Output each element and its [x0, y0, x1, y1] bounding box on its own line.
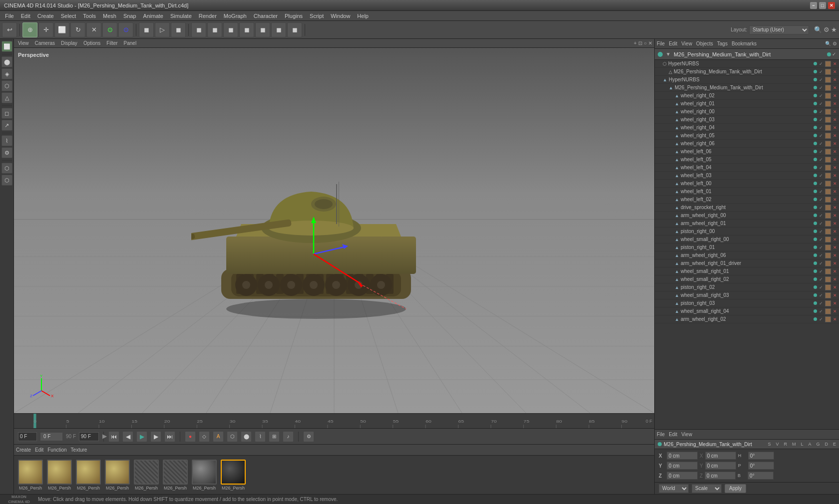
- material-item[interactable]: M26_Persh: [134, 460, 159, 491]
- list-item[interactable]: ▲ wheel_left_01 ✓ ✕: [655, 188, 839, 196]
- menu-item-mograph[interactable]: MoGraph: [221, 12, 250, 20]
- render-settings-button[interactable]: ◼: [139, 22, 154, 37]
- tool-x[interactable]: ✕: [86, 22, 101, 37]
- hierarchy-root-header[interactable]: ▼ M26_Pershing_Medium_Tank_with_Dirt ✓: [655, 49, 839, 60]
- cameras-menu[interactable]: Cameras: [33, 40, 57, 46]
- menu-item-render[interactable]: Render: [196, 12, 220, 20]
- apply-button[interactable]: Apply: [725, 484, 746, 493]
- list-item[interactable]: △ M26_Pershing_Medium_Tank_with_Dirt ✓ ✕: [655, 68, 839, 76]
- x-pos-input[interactable]: [667, 452, 698, 460]
- select-tool-button[interactable]: ↻: [70, 22, 85, 37]
- list-item[interactable]: ▲ M26_Pershing_Medium_Tank_with_Dirt ✓ ✕: [655, 84, 839, 92]
- list-item[interactable]: ▲ arm_wheel_right_01_driver ✓ ✕: [655, 259, 839, 267]
- timeline[interactable]: 0 5 10 15 20 25 30 35 40 45 50 55 60 65: [14, 413, 654, 428]
- menu-item-snap[interactable]: Snap: [120, 12, 139, 20]
- step-back-button[interactable]: ◀: [122, 431, 133, 442]
- maximize-button[interactable]: □: [819, 2, 826, 9]
- keyframe-input[interactable]: [42, 432, 61, 441]
- y-size-input[interactable]: [705, 462, 736, 470]
- material-item[interactable]: M26_Persh: [105, 460, 130, 491]
- menu-item-animate[interactable]: Animate: [140, 12, 166, 20]
- list-item[interactable]: ⬡ HyperNURBS ✓ ✕: [655, 60, 839, 68]
- menu-item-select[interactable]: Select: [58, 12, 79, 20]
- goto-end-button[interactable]: ⏭: [164, 431, 175, 442]
- auto-key-button[interactable]: A: [213, 431, 224, 442]
- material-item[interactable]: M26_Persh: [221, 460, 246, 491]
- hier-file-menu[interactable]: File: [657, 41, 665, 46]
- motion-button[interactable]: ⬡: [227, 431, 238, 442]
- viewport-add-icon[interactable]: +: [634, 40, 637, 46]
- menu-item-character[interactable]: Character: [251, 12, 281, 20]
- view-menu[interactable]: View: [16, 40, 31, 46]
- h-rot-input[interactable]: [748, 452, 774, 460]
- subdivide-button[interactable]: ⚙: [1, 147, 12, 158]
- toolbar-settings-icon[interactable]: ⚙: [824, 26, 830, 33]
- hier-settings-icon[interactable]: ⚙: [833, 41, 837, 46]
- props-file-menu[interactable]: File: [657, 432, 665, 437]
- deform-button[interactable]: ⌇: [1, 135, 12, 146]
- z-size-input[interactable]: [705, 472, 736, 480]
- hier-objects-menu[interactable]: Objects: [696, 41, 713, 46]
- y-pos-input[interactable]: [667, 462, 698, 470]
- viewport-canvas[interactable]: Perspective Y X Z: [14, 48, 654, 413]
- tool-c[interactable]: ◼: [223, 22, 238, 37]
- menu-item-mesh[interactable]: Mesh: [100, 12, 119, 20]
- hier-edit-menu[interactable]: Edit: [669, 41, 677, 46]
- list-item[interactable]: ▲ wheel_right_01 ✓ ✕: [655, 100, 839, 108]
- display-menu[interactable]: Display: [59, 40, 79, 46]
- list-item[interactable]: ▲ drive_sprocket_right ✓ ✕: [655, 204, 839, 212]
- hier-tags-menu[interactable]: Tags: [717, 41, 728, 46]
- list-item[interactable]: ▲ wheel_small_right_01 ✓ ✕: [655, 267, 839, 275]
- play-button[interactable]: ▶: [136, 431, 147, 442]
- list-item[interactable]: ▲ wheel_left_05 ✓ ✕: [655, 156, 839, 164]
- frame-arrow[interactable]: ▶: [102, 433, 107, 440]
- rotate-tool-button[interactable]: ✛: [38, 22, 53, 37]
- scale-tool-button[interactable]: ⬜: [54, 22, 69, 37]
- list-item[interactable]: ▲ wheel_small_right_03 ✓ ✕: [655, 291, 839, 299]
- options-button[interactable]: ⚙: [303, 431, 314, 442]
- list-item[interactable]: ▲ wheel_right_00 ✓ ✕: [655, 108, 839, 116]
- x-size-input[interactable]: [705, 452, 736, 460]
- list-item[interactable]: ▲ wheel_right_02 ✓ ✕: [655, 92, 839, 100]
- undo-button[interactable]: ↩: [2, 22, 17, 37]
- list-item[interactable]: ▲ HyperNURBS ✓ ✕: [655, 76, 839, 84]
- list-item[interactable]: ▲ wheel_left_00 ✓ ✕: [655, 180, 839, 188]
- tool-b[interactable]: ◼: [207, 22, 222, 37]
- menu-item-simulate[interactable]: Simulate: [167, 12, 195, 20]
- list-item[interactable]: ▲ wheel_left_03 ✓ ✕: [655, 172, 839, 180]
- close-button[interactable]: ✕: [828, 2, 835, 9]
- hier-search-icon[interactable]: 🔍: [825, 41, 831, 46]
- filter-menu[interactable]: Filter: [104, 40, 119, 46]
- mat-function-menu[interactable]: Function: [47, 447, 66, 453]
- mat-edit-menu[interactable]: Edit: [35, 447, 43, 453]
- tool-z[interactable]: ⊙: [118, 22, 133, 37]
- current-frame-input[interactable]: [18, 432, 37, 441]
- list-item[interactable]: ▲ wheel_right_03 ✓ ✕: [655, 116, 839, 124]
- tool-y[interactable]: ⊙: [102, 22, 117, 37]
- timeline-ruler[interactable]: 0 5 10 15 20 25 30 35 40 45 50 55 60 65: [14, 414, 654, 428]
- tool-a[interactable]: ◼: [191, 22, 206, 37]
- hier-bookmarks-menu[interactable]: Bookmarks: [732, 41, 757, 46]
- layer-button[interactable]: ⊞: [269, 431, 280, 442]
- list-item[interactable]: ▲ wheel_right_05 ✓ ✕: [655, 132, 839, 140]
- list-item[interactable]: ▲ wheel_right_06 ✓ ✕: [655, 140, 839, 148]
- b-rot-input[interactable]: [748, 472, 774, 480]
- move-button[interactable]: ↗: [1, 120, 12, 131]
- tool-e[interactable]: ◼: [255, 22, 270, 37]
- list-item[interactable]: ▲ wheel_small_right_02 ✓ ✕: [655, 275, 839, 283]
- list-item[interactable]: ▲ piston_right_03 ✓ ✕: [655, 299, 839, 307]
- list-item[interactable]: ▲ wheel_left_06 ✓ ✕: [655, 148, 839, 156]
- list-item[interactable]: ▲ wheel_left_04 ✓ ✕: [655, 164, 839, 172]
- tool-g[interactable]: ◼: [287, 22, 302, 37]
- keyframe-button[interactable]: ◇: [199, 431, 210, 442]
- menu-item-edit[interactable]: Edit: [18, 12, 33, 20]
- timeline-button[interactable]: ⬤: [241, 431, 252, 442]
- scale-system-select[interactable]: Scale: [692, 484, 722, 493]
- material-item[interactable]: M26_Persh: [192, 460, 217, 491]
- move-tool-button[interactable]: ⊕: [22, 22, 37, 37]
- list-item[interactable]: ▲ piston_right_00 ✓ ✕: [655, 228, 839, 236]
- viewport-circle-icon[interactable]: ○: [644, 40, 647, 46]
- menu-item-window[interactable]: Window: [328, 12, 353, 20]
- toolbar-search-icon[interactable]: 🔍: [814, 26, 822, 33]
- panel-menu[interactable]: Panel: [122, 40, 139, 46]
